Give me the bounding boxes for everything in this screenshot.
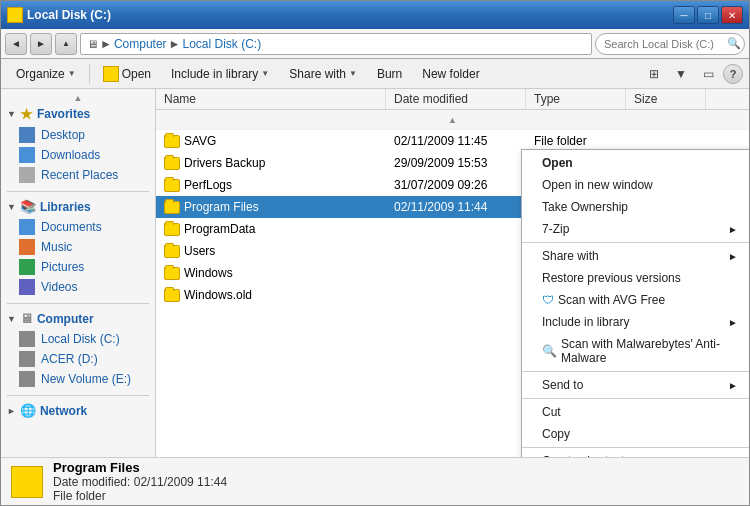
- open-icon: [103, 66, 119, 82]
- file-date-perflogs: 31/07/2009 09:26: [386, 177, 526, 193]
- avg-icon: 🛡: [542, 293, 554, 307]
- forward-button[interactable]: ►: [30, 33, 52, 55]
- localdisk-label: Local Disk (C:): [41, 332, 120, 346]
- sidebar-item-localdisk[interactable]: Local Disk (C:): [1, 329, 155, 349]
- sidebar-network-header[interactable]: ► 🌐 Network: [1, 400, 155, 421]
- recent-icon: [19, 167, 35, 183]
- sidebar-item-pictures[interactable]: Pictures: [1, 257, 155, 277]
- music-label: Music: [41, 240, 72, 254]
- include-library-button[interactable]: Include in library ▼: [162, 62, 278, 86]
- ctx-sep-4: [522, 447, 749, 448]
- folder-icon-drivers: [164, 157, 180, 170]
- ctx-share-with[interactable]: Share with ►: [522, 245, 749, 267]
- back-button[interactable]: ◄: [5, 33, 27, 55]
- col-header-type[interactable]: Type: [526, 89, 626, 109]
- malware-icon: 🔍: [542, 344, 557, 358]
- sidebar-item-recent[interactable]: Recent Places: [1, 165, 155, 185]
- sidebar-computer-header[interactable]: ▼ 🖥 Computer: [1, 308, 155, 329]
- status-bar: Program Files Date modified: 02/11/2009 …: [1, 457, 749, 505]
- ctx-create-shortcut[interactable]: Create shortcut: [522, 450, 749, 457]
- sidebar-item-music[interactable]: Music: [1, 237, 155, 257]
- ctx-include-library[interactable]: Include in library ►: [522, 311, 749, 333]
- sidebar-scroll-up[interactable]: ▲: [1, 93, 155, 103]
- file-list-header: Name Date modified Type Size: [156, 89, 749, 110]
- network-label: Network: [40, 404, 87, 418]
- up-arrow-icon: ▲: [448, 115, 457, 125]
- ctx-open[interactable]: Open: [522, 152, 749, 174]
- file-name-windows: Windows: [156, 265, 386, 281]
- sidebar-libraries: ▼ 📚 Libraries Documents Music Pictures: [1, 196, 155, 297]
- file-name-perflogs: PerfLogs: [156, 177, 386, 193]
- include-library-label: Include in library: [171, 67, 258, 81]
- ctx-scan-malware[interactable]: 🔍 Scan with Malwarebytes' Anti-Malware: [522, 333, 749, 369]
- share-label: Share with: [289, 67, 346, 81]
- file-area: Name Date modified Type Size ▲ SAVG 02/1…: [156, 89, 749, 457]
- preview-pane-button[interactable]: ▭: [696, 62, 720, 86]
- ctx-send-to[interactable]: Send to ►: [522, 374, 749, 396]
- sidebar-item-acer[interactable]: ACER (D:): [1, 349, 155, 369]
- sidebar-item-downloads[interactable]: Downloads: [1, 145, 155, 165]
- folder-icon-windows: [164, 267, 180, 280]
- help-button[interactable]: ?: [723, 64, 743, 84]
- downloads-icon: [19, 147, 35, 163]
- close-button[interactable]: ✕: [721, 6, 743, 24]
- file-name-programfiles: Program Files: [156, 199, 386, 215]
- minimize-button[interactable]: ─: [673, 6, 695, 24]
- col-header-date[interactable]: Date modified: [386, 89, 526, 109]
- computer-arrow: ▼: [7, 314, 16, 324]
- network-arrow: ►: [7, 406, 16, 416]
- sidebar-favorites: ▼ ★ Favorites Desktop Downloads Recent P…: [1, 103, 155, 185]
- col-header-size[interactable]: Size: [626, 89, 706, 109]
- ctx-cut[interactable]: Cut: [522, 401, 749, 423]
- sidebar-item-documents[interactable]: Documents: [1, 217, 155, 237]
- status-item-details: Date modified: 02/11/2009 11:44: [53, 475, 227, 489]
- breadcrumb-localdisk-label[interactable]: Local Disk (C:): [182, 37, 261, 51]
- up-button[interactable]: ▲: [55, 33, 77, 55]
- sidebar-favorites-header[interactable]: ▼ ★ Favorites: [1, 103, 155, 125]
- col-header-name[interactable]: Name: [156, 89, 386, 109]
- file-type-savg: File folder: [526, 133, 626, 149]
- view-details-button[interactable]: ⊞: [642, 62, 666, 86]
- sidebar-div-1: [7, 191, 149, 192]
- ctx-copy[interactable]: Copy: [522, 423, 749, 445]
- ctx-take-ownership[interactable]: Take Ownership: [522, 196, 749, 218]
- search-icon[interactable]: 🔍: [727, 37, 741, 50]
- libraries-arrow: ▼: [7, 202, 16, 212]
- new-folder-button[interactable]: New folder: [413, 62, 488, 86]
- window-title: Local Disk (C:): [27, 8, 111, 22]
- main-content: ▲ ▼ ★ Favorites Desktop Downloads: [1, 89, 749, 457]
- context-menu: Open Open in new window Take Ownership 7…: [521, 149, 749, 457]
- music-icon: [19, 239, 35, 255]
- ctx-7zip[interactable]: 7-Zip ►: [522, 218, 749, 240]
- organize-button[interactable]: Organize ▼: [7, 62, 85, 86]
- search-input[interactable]: [595, 33, 745, 55]
- open-button[interactable]: Open: [94, 62, 160, 86]
- breadcrumb-computer[interactable]: 🖥: [87, 38, 98, 50]
- list-scroll-up[interactable]: ▲: [156, 110, 749, 130]
- title-bar: Local Disk (C:) ─ □ ✕: [1, 1, 749, 29]
- share-button[interactable]: Share with ▼: [280, 62, 366, 86]
- sidebar: ▲ ▼ ★ Favorites Desktop Downloads: [1, 89, 156, 457]
- open-label: Open: [122, 67, 151, 81]
- maximize-button[interactable]: □: [697, 6, 719, 24]
- ctx-open-new-window[interactable]: Open in new window: [522, 174, 749, 196]
- sidebar-libraries-header[interactable]: ▼ 📚 Libraries: [1, 196, 155, 217]
- ctx-scan-avg[interactable]: 🛡 Scan with AVG Free: [522, 289, 749, 311]
- sidebar-item-desktop[interactable]: Desktop: [1, 125, 155, 145]
- folder-icon-programdata: [164, 223, 180, 236]
- file-name-drivers: Drivers Backup: [156, 155, 386, 171]
- burn-label: Burn: [377, 67, 402, 81]
- burn-button[interactable]: Burn: [368, 62, 411, 86]
- pictures-label: Pictures: [41, 260, 84, 274]
- breadcrumb-computer-label[interactable]: Computer: [114, 37, 167, 51]
- folder-icon-savg: [164, 135, 180, 148]
- ctx-restore-versions[interactable]: Restore previous versions: [522, 267, 749, 289]
- favorites-star-icon: ★: [20, 106, 33, 122]
- view-toggle-button[interactable]: ▼: [669, 62, 693, 86]
- breadcrumb[interactable]: 🖥 ► Computer ► Local Disk (C:): [80, 33, 592, 55]
- ctx-sep-1: [522, 242, 749, 243]
- desktop-label: Desktop: [41, 128, 85, 142]
- sidebar-item-videos[interactable]: Videos: [1, 277, 155, 297]
- sidebar-item-newvol[interactable]: New Volume (E:): [1, 369, 155, 389]
- libraries-label: Libraries: [40, 200, 91, 214]
